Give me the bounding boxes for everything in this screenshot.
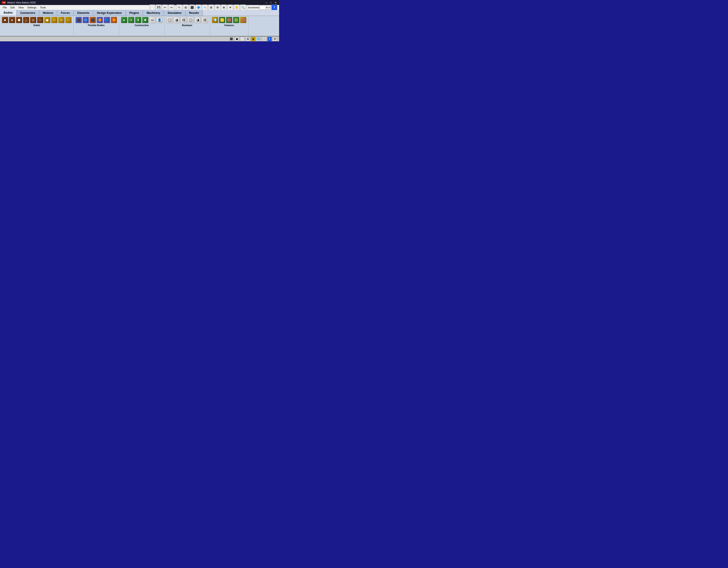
xyz-icon[interactable]: xyz bbox=[149, 17, 155, 23]
target-button[interactable]: ⊕ bbox=[221, 5, 227, 10]
grid-button[interactable]: ⊞ bbox=[208, 5, 214, 10]
minimize-button[interactable]: — bbox=[265, 1, 268, 4]
rotate-button[interactable]: ⬛ bbox=[189, 5, 195, 10]
flex6-icon[interactable]: 🔶 bbox=[111, 17, 117, 23]
cylinder-icon[interactable]: ⬟ bbox=[16, 17, 22, 23]
tab-bodies[interactable]: Bodies bbox=[0, 10, 17, 16]
extrusion-icon[interactable]: ⬭ bbox=[37, 17, 43, 23]
undo-button[interactable]: ↩ bbox=[162, 5, 168, 10]
flex2-icon[interactable]: 🔷 bbox=[83, 17, 89, 23]
transform-button[interactable]: ⊞ bbox=[183, 5, 189, 10]
app-layout: Ad Adams View Adams 2020 — □ ✕ File Edit… bbox=[0, 0, 279, 218]
feat2-icon[interactable]: 🟨 bbox=[219, 17, 225, 23]
ribbon-group-features: 💎 🟨 🟫 🟩 🟫 Features bbox=[210, 16, 248, 36]
box-icon[interactable]: ■ bbox=[2, 17, 8, 23]
ribbon-group-solids: ■ ● ⬟ △ ◎ ⬭ ◼ ⬡ ◷ ⬭ Solids bbox=[0, 16, 74, 36]
bool4-icon[interactable]: ◯ bbox=[188, 17, 194, 23]
menu-view[interactable]: View bbox=[17, 6, 26, 9]
help-button[interactable]: ? bbox=[271, 5, 277, 10]
link-icon[interactable]: ⬡ bbox=[51, 17, 58, 23]
point-icon[interactable]: ● bbox=[121, 17, 127, 23]
sphere-icon[interactable]: ● bbox=[9, 17, 15, 23]
construction-icons: ● ✛ ⬆ ✱ xyz 👤 bbox=[121, 17, 163, 23]
status-icon-4[interactable]: ⊞ bbox=[245, 37, 250, 41]
menu-edit[interactable]: Edit bbox=[9, 6, 17, 9]
flexible-label: Flexible Bodies bbox=[88, 24, 105, 27]
arc-icon[interactable]: ◷ bbox=[58, 17, 65, 23]
maximize-button[interactable]: □ bbox=[269, 1, 273, 4]
flex1-icon[interactable]: ⬛ bbox=[75, 17, 82, 23]
solids-label: Solids bbox=[33, 24, 40, 27]
zoom-button[interactable]: 🔍 bbox=[240, 5, 246, 10]
channel-icon[interactable]: ⬭ bbox=[65, 17, 72, 23]
status-icon-5[interactable]: ■ bbox=[251, 37, 255, 41]
bool6-icon[interactable]: ⛓ bbox=[202, 17, 208, 23]
redo-button[interactable]: ↪ bbox=[168, 5, 174, 10]
settings-button[interactable]: ⚙ bbox=[215, 5, 220, 10]
tab-elements[interactable]: Elements bbox=[74, 10, 93, 16]
marker-icon[interactable]: ✱ bbox=[142, 17, 148, 23]
view2d-button[interactable]: 🔹 bbox=[202, 5, 208, 10]
title-bar-text: Adams View Adams 2020 bbox=[7, 1, 36, 4]
booleans-icons: ◯ ◑ ⛓ ◯ ◑ ⛓ bbox=[166, 17, 208, 23]
menu-settings[interactable]: Settings bbox=[25, 6, 38, 9]
close-window-button[interactable]: ✕ bbox=[274, 1, 277, 4]
hand-button[interactable]: ✋ bbox=[234, 5, 240, 10]
bool1-icon[interactable]: ◯ bbox=[166, 17, 173, 23]
features-label: Features bbox=[224, 24, 234, 27]
plate-icon[interactable]: ◼ bbox=[44, 17, 50, 23]
cross-icon[interactable]: ✛ bbox=[128, 17, 134, 23]
status-icon-7[interactable]: ↕ bbox=[262, 37, 266, 41]
ribbon-group-construction: ● ✛ ⬆ ✱ xyz 👤 Construction bbox=[119, 16, 165, 36]
status-icon-8[interactable]: ℹ bbox=[267, 37, 272, 41]
feat3-icon[interactable]: 🟫 bbox=[226, 17, 232, 23]
menu-file[interactable]: File bbox=[1, 6, 9, 9]
new-button[interactable]: 📄 bbox=[149, 5, 155, 10]
status-icon-6[interactable]: 🌐 bbox=[256, 37, 261, 41]
status-icon-3[interactable]: ⬜ bbox=[240, 37, 245, 41]
joint-button[interactable]: ✦ bbox=[227, 5, 233, 10]
feat4-icon[interactable]: 🟩 bbox=[233, 17, 239, 23]
status-icon-9[interactable]: ⚙ bbox=[273, 37, 277, 41]
adams-logo-icon: Ad bbox=[2, 1, 6, 4]
bool2-icon[interactable]: ◑ bbox=[173, 17, 180, 23]
arrow-icon[interactable]: ⬆ bbox=[135, 17, 141, 23]
features-icons: 💎 🟨 🟫 🟩 🟫 bbox=[212, 17, 246, 23]
booleans-label: Booleans bbox=[182, 24, 192, 27]
flex4-icon[interactable]: 🔶 bbox=[97, 17, 103, 23]
title-bar-left: Ad Adams View Adams 2020 bbox=[2, 1, 36, 4]
feat1-icon[interactable]: 💎 bbox=[212, 17, 218, 23]
body-frame-icon[interactable]: 👤 bbox=[156, 17, 163, 23]
tab-connectors[interactable]: Connectors bbox=[17, 10, 39, 16]
flex3-icon[interactable]: ⬛ bbox=[90, 17, 96, 23]
select-button[interactable]: ↖ bbox=[176, 5, 182, 10]
feat5-icon[interactable]: 🟫 bbox=[240, 17, 246, 23]
ribbon: ■ ● ⬟ △ ◎ ⬭ ◼ ⬡ ◷ ⬭ Solids ⬛ 🔷 ⬛ 🔶 🔵 🔶 bbox=[0, 16, 279, 36]
cone-icon[interactable]: △ bbox=[23, 17, 29, 23]
flex5-icon[interactable]: 🔵 bbox=[104, 17, 110, 23]
status-bar-right: ⬛ ◼ ⬜ ⊞ ■ 🌐 ↕ ℹ ⚙ bbox=[229, 37, 277, 41]
tab-simulation[interactable]: Simulation bbox=[164, 10, 185, 16]
solids-icons: ■ ● ⬟ △ ◎ ⬭ ◼ ⬡ ◷ ⬭ bbox=[2, 17, 72, 23]
tab-machinery[interactable]: Machinery bbox=[143, 10, 164, 16]
nav-tabs: Bodies Connectors Motions Forces Element… bbox=[0, 10, 279, 16]
title-bar-controls: — □ ✕ bbox=[265, 1, 277, 4]
tab-design-exploration[interactable]: Design Exploration bbox=[93, 10, 125, 16]
tab-forces[interactable]: Forces bbox=[57, 10, 74, 16]
status-bar: ⬛ ◼ ⬜ ⊞ ■ 🌐 ↕ ℹ ⚙ bbox=[0, 36, 279, 41]
increment-input[interactable] bbox=[260, 5, 271, 10]
tab-motions[interactable]: Motions bbox=[39, 10, 57, 16]
flexible-icons: ⬛ 🔷 ⬛ 🔶 🔵 🔶 bbox=[75, 17, 117, 23]
construction-label: Construction bbox=[135, 24, 149, 27]
status-icon-1[interactable]: ⬛ bbox=[229, 37, 234, 41]
tab-plugins[interactable]: Plugins bbox=[126, 10, 143, 16]
status-icon-2[interactable]: ◼ bbox=[235, 37, 239, 41]
menu-tools[interactable]: Tools bbox=[38, 6, 48, 9]
bool3-icon[interactable]: ⛓ bbox=[180, 17, 187, 23]
menu-bar: File Edit View Settings Tools 📄 💾 ↩ ↪ ↖ … bbox=[0, 5, 279, 10]
save-button[interactable]: 💾 bbox=[156, 5, 162, 10]
tab-results[interactable]: Results bbox=[185, 10, 203, 16]
torus-icon[interactable]: ◎ bbox=[30, 17, 36, 23]
bool5-icon[interactable]: ◑ bbox=[195, 17, 201, 23]
view3d-button[interactable]: 🔷 bbox=[195, 5, 201, 10]
